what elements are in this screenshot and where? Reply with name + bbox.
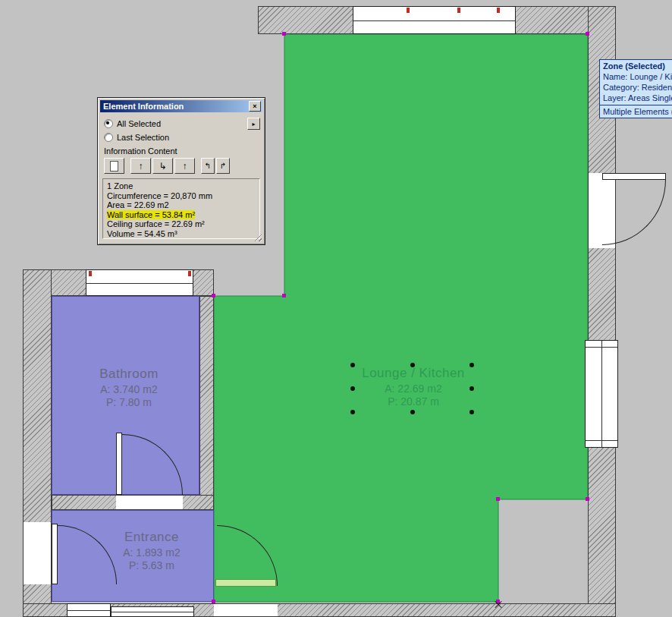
window-bottom-entrance[interactable] <box>111 606 194 617</box>
tooltip-title: Zone (Selected) <box>600 60 672 71</box>
selection-handle[interactable] <box>212 600 215 603</box>
tooltip-category-row: Category: Residenti <box>600 82 672 93</box>
document-icon[interactable] <box>104 158 124 174</box>
window-sill-line <box>586 347 617 348</box>
zone-name: Lounge / Kitchen <box>326 366 501 381</box>
selection-handle[interactable] <box>586 32 589 36</box>
window-top[interactable] <box>353 6 516 34</box>
door-lounge-opening <box>214 604 278 616</box>
zone-stamp-entrance[interactable]: Entrance A: 1.893 m2 P: 5.63 m <box>87 530 216 572</box>
palette-titlebar[interactable]: Element Information × <box>100 100 262 112</box>
selection-handle[interactable] <box>496 497 500 501</box>
arrow-up2-icon[interactable]: ↑ <box>174 158 195 174</box>
palette-title: Element Information <box>103 102 249 111</box>
zone-perimeter: P: 20.87 m <box>326 395 501 408</box>
zone-name: Entrance <box>87 530 216 545</box>
palette-body: All Selected ▸ Last Selection Informatio… <box>100 112 262 242</box>
zone-area: A: 3.740 m2 <box>64 383 193 396</box>
window-sill-line <box>586 440 617 441</box>
radio-last-selection-label: Last Selection <box>117 133 169 142</box>
info-ceiling-surface: Ceiling surface = 22.69 m² <box>107 219 256 229</box>
window-tick <box>497 8 500 13</box>
zone-hotspot-dot[interactable] <box>469 410 474 414</box>
zone-perimeter: P: 5.63 m <box>87 559 216 572</box>
element-information-palette: Element Information × All Selected ▸ Las… <box>97 97 265 245</box>
door-bathroom-opening <box>116 496 183 509</box>
window-midline <box>353 20 515 21</box>
radio-all-selected-label: All Selected <box>117 119 161 128</box>
wall-interior-vertical[interactable] <box>199 296 214 510</box>
radio-row-last-selection: Last Selection <box>104 133 260 142</box>
window-tick <box>407 8 410 13</box>
arrow-branch-icon[interactable]: ↳ <box>152 158 173 174</box>
radio-all-selected[interactable] <box>104 119 113 128</box>
tooltip-footer-row: Multiple Elements (TA <box>600 105 672 118</box>
door-entrance-leaf[interactable] <box>52 524 58 584</box>
door-lounge-leaf[interactable] <box>215 579 276 587</box>
door-right-leaf[interactable] <box>602 173 666 180</box>
window-bathroom[interactable] <box>86 269 193 296</box>
selection-handle[interactable] <box>586 497 589 501</box>
info-area: Area = 22.69 m2 <box>107 200 256 210</box>
expand-arrow-icon[interactable]: ▸ <box>247 118 260 130</box>
arrow-corner-left-icon[interactable]: ↰ <box>201 158 215 174</box>
selection-handle[interactable] <box>282 294 286 297</box>
information-content-label: Information Content <box>104 146 260 156</box>
door-bathroom-leaf[interactable] <box>116 433 122 495</box>
info-circumference: Circumference = 20,870 mm <box>107 191 256 201</box>
radio-row-all-selected: All Selected ▸ <box>104 118 260 130</box>
info-zone-count: 1 Zone <box>107 181 256 191</box>
selection-handle[interactable] <box>282 32 286 36</box>
zone-perimeter: P: 7.80 m <box>64 396 193 409</box>
window-tick <box>89 271 92 276</box>
window-bottom-left[interactable] <box>67 603 111 617</box>
zone-selected-tooltip: Zone (Selected) Name: Lounge / Kit Categ… <box>599 59 672 118</box>
door-entrance-opening <box>24 522 51 584</box>
zone-lounge-kitchen[interactable] <box>214 34 588 602</box>
selection-handle[interactable] <box>212 294 215 297</box>
info-wall-surface: Wall surface = 53.84 m² <box>107 210 195 219</box>
window-right[interactable] <box>585 340 618 448</box>
floor-plan-view: Lounge / Kitchen A: 22.69 m2 P: 20.87 m … <box>0 0 672 617</box>
zone-hotspot-dot[interactable] <box>350 410 355 414</box>
info-content-toolbar: ↑ ↳ ↑ ↰ ↱ <box>104 158 260 174</box>
info-volume: Volume = 54.45 m³ <box>107 229 256 239</box>
tooltip-name-row: Name: Lounge / Kit <box>600 71 672 82</box>
window-midline <box>601 341 602 447</box>
anchor-x-mark <box>495 601 502 609</box>
tooltip-layer-row: Layer: Areas Single <box>600 93 672 103</box>
window-tick <box>457 8 460 13</box>
page-icon <box>110 161 118 172</box>
window-midline <box>86 283 193 284</box>
zone-hotspot-dot[interactable] <box>410 410 415 414</box>
window-midline <box>111 612 193 612</box>
zone-stamp-lounge[interactable]: Lounge / Kitchen A: 22.69 m2 P: 20.87 m <box>326 366 501 408</box>
info-list: 1 Zone Circumference = 20,870 mm Area = … <box>102 178 260 239</box>
zone-stamp-bathroom[interactable]: Bathroom A: 3.740 m2 P: 7.80 m <box>64 367 193 409</box>
window-midline <box>68 610 110 611</box>
arrow-up-icon[interactable]: ↑ <box>130 158 151 174</box>
arrow-corner-right-icon[interactable]: ↱ <box>216 158 230 174</box>
zone-name: Bathroom <box>64 367 193 382</box>
radio-last-selection[interactable] <box>104 133 113 142</box>
window-tick <box>188 271 191 276</box>
zone-area: A: 1.893 m2 <box>87 546 216 559</box>
close-icon[interactable]: × <box>249 101 261 112</box>
zone-area: A: 22.69 m2 <box>326 382 501 395</box>
